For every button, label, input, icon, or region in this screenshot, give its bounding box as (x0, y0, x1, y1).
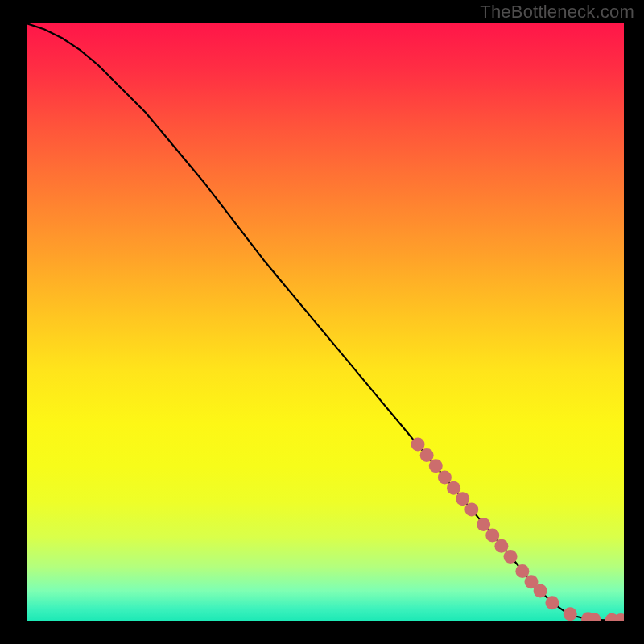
data-marker (411, 438, 425, 452)
data-marker (545, 596, 559, 609)
data-marker (564, 607, 577, 621)
attribution-label: TheBottleneck.com (480, 2, 634, 23)
data-marker (504, 550, 518, 564)
data-marker (515, 564, 529, 578)
chart-overlay (27, 23, 624, 621)
data-marker (420, 448, 434, 462)
data-marker (456, 492, 469, 506)
marker-group (411, 438, 624, 621)
data-marker (438, 470, 452, 484)
data-marker (429, 459, 443, 473)
data-marker (534, 584, 547, 597)
data-marker (494, 539, 508, 553)
chart-frame: TheBottleneck.com (0, 0, 644, 644)
data-marker (485, 528, 499, 542)
data-marker (447, 481, 460, 495)
data-marker (477, 518, 490, 531)
data-marker (464, 502, 478, 516)
plot-area (27, 23, 624, 621)
performance-curve (27, 23, 624, 621)
